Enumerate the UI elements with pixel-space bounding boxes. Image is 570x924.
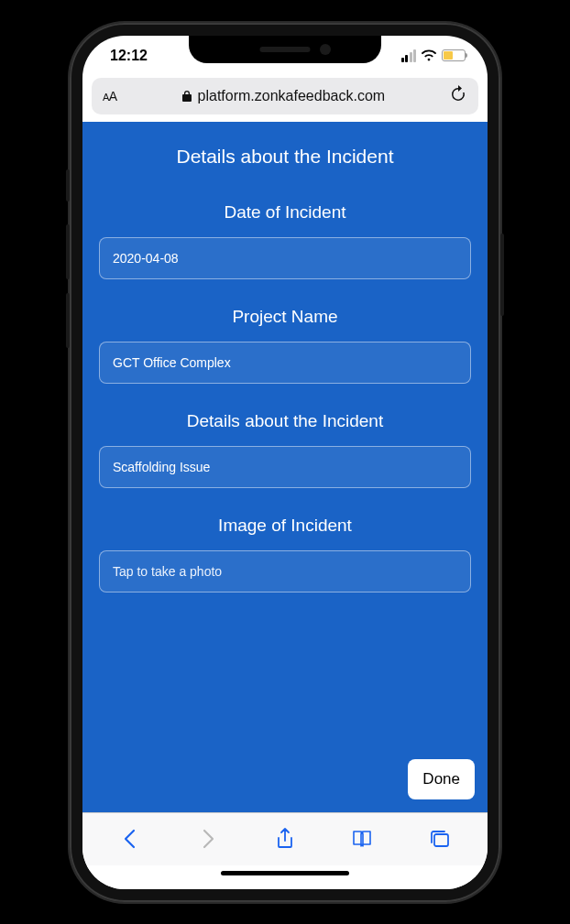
project-label: Project Name [99,307,471,327]
power-button [500,234,504,316]
reload-icon[interactable] [449,85,467,107]
tabs-button[interactable] [422,821,458,857]
volume-down-button [66,293,70,348]
status-indicators [401,49,466,62]
field-image: Image of Incident [99,516,471,592]
forward-button[interactable] [190,821,226,857]
wifi-icon [421,49,437,61]
image-input[interactable] [99,550,471,592]
done-button[interactable]: Done [408,759,475,799]
form-content: Details about the Incident Date of Incid… [82,122,488,812]
url-bar[interactable]: AA platform.zonkafeedback.com [92,78,478,114]
lock-icon [181,90,192,103]
date-input[interactable] [99,237,471,279]
url-text: platform.zonkafeedback.com [198,88,386,104]
url-display[interactable]: platform.zonkafeedback.com [125,88,442,104]
date-label: Date of Incident [99,202,471,223]
browser-toolbar [82,812,488,865]
svg-rect-0 [434,834,448,846]
bookmarks-button[interactable] [344,821,380,857]
cellular-signal-icon [401,49,417,62]
project-input[interactable] [99,342,471,384]
field-details: Details about the Incident [99,411,471,488]
phone-frame: 12:12 AA platform.zonkafeedback.com [70,23,500,902]
image-label: Image of Incident [99,516,471,536]
side-button [66,169,70,201]
volume-up-button [66,224,70,279]
screen: 12:12 AA platform.zonkafeedback.com [82,36,488,889]
battery-icon [442,49,466,61]
share-button[interactable] [267,821,303,857]
text-size-button[interactable]: AA [103,89,117,103]
status-time: 12:12 [110,48,148,64]
field-date: Date of Incident [99,202,471,279]
home-indicator[interactable] [82,865,488,889]
field-project: Project Name [99,307,471,384]
page-title: Details about the Incident [99,146,471,168]
details-input[interactable] [99,446,471,488]
notch [189,36,381,63]
details-label: Details about the Incident [99,411,471,431]
back-button[interactable] [112,821,148,857]
